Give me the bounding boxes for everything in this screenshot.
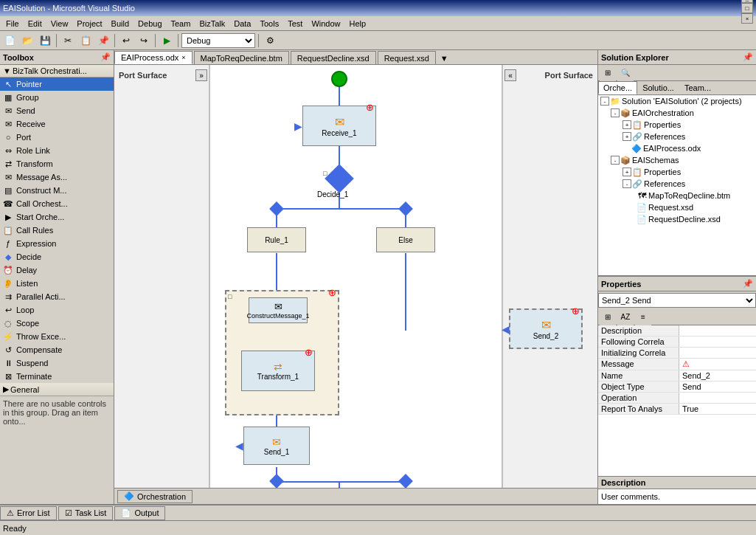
eaiorchestration-expand[interactable]: - bbox=[611, 108, 620, 117]
se-tab-team[interactable]: Team... bbox=[679, 81, 716, 94]
menu-window[interactable]: Window bbox=[307, 18, 344, 30]
props-category-icon[interactable]: ≡ bbox=[635, 309, 651, 325]
props-sort-alpha-icon[interactable]: AZ bbox=[617, 309, 634, 325]
more-icon[interactable]: ⚙ bbox=[262, 32, 278, 49]
bottom-tab-errorlist[interactable]: ⚠ Error List bbox=[0, 506, 57, 520]
copy-icon[interactable]: 📋 bbox=[77, 32, 94, 49]
toolbox-item-construct[interactable]: ▤ Construct M... bbox=[0, 184, 114, 197]
tab-eaiprocess[interactable]: EAIProcess.odx × bbox=[114, 51, 193, 64]
se-icon1[interactable]: ⊞ bbox=[600, 65, 616, 81]
props-sort-icon[interactable]: ⊞ bbox=[600, 309, 616, 325]
menu-debug[interactable]: Debug bbox=[133, 18, 166, 30]
transform1-shape[interactable]: ⊕ ⇄ Transform_1 bbox=[241, 351, 315, 391]
props-value-name[interactable]: Send_2 bbox=[679, 370, 756, 381]
toolbox-scroll[interactable]: ▼ BizTalk Orchestrati... ↖ Pointer ▦ Gro… bbox=[0, 65, 114, 504]
se-tab-orche[interactable]: Orche... bbox=[598, 81, 637, 94]
toolbox-item-group[interactable]: ▦ Group bbox=[0, 91, 114, 104]
menu-edit[interactable]: Edit bbox=[24, 18, 46, 30]
debug-mode-select[interactable]: Debug bbox=[181, 33, 255, 48]
toolbox-item-transform[interactable]: ⇄ Transform bbox=[0, 157, 114, 170]
toolbox-item-port[interactable]: ○ Port bbox=[0, 131, 114, 144]
new-icon[interactable]: 📄 bbox=[1, 32, 18, 49]
open-icon[interactable]: 📂 bbox=[19, 32, 35, 49]
eaischref-expand[interactable]: - bbox=[623, 179, 631, 188]
tree-maptoreqdecline[interactable]: 🗺 MapToReqDecline.btm bbox=[598, 190, 756, 201]
se-icon2[interactable]: 🔍 bbox=[617, 65, 634, 81]
eaischprops-expand[interactable]: + bbox=[623, 168, 631, 176]
tree-eaiorch-references[interactable]: + 🔗 References bbox=[598, 131, 756, 142]
bottom-tab-tasklist[interactable]: ☑ Task List bbox=[58, 506, 114, 520]
eaiorchref-expand[interactable]: + bbox=[623, 132, 631, 141]
earchprops-expand[interactable]: + bbox=[623, 120, 631, 129]
tree-eaiorchestration[interactable]: - 📦 EAIOrchestration bbox=[598, 107, 756, 119]
toolbox-item-startorch[interactable]: ▶ Start Orche... bbox=[0, 210, 114, 224]
props-value-message[interactable]: ⚠ bbox=[679, 359, 756, 370]
props-value-description[interactable] bbox=[679, 325, 756, 336]
tab-maptoreqdecline[interactable]: MapToReqDecline.btm bbox=[194, 51, 289, 64]
bottom-tab-output[interactable]: 📄 Output bbox=[114, 506, 165, 520]
toolbox-item-receive[interactable]: ✉ Receive bbox=[0, 117, 114, 131]
toolbox-item-parallelact[interactable]: ⇉ Parallel Acti... bbox=[0, 290, 114, 303]
props-pin-icon[interactable]: 📌 bbox=[743, 279, 753, 289]
paste-icon[interactable]: 📌 bbox=[95, 32, 111, 49]
menu-data[interactable]: Data bbox=[229, 18, 255, 30]
toolbox-item-suspend[interactable]: ⏸ Suspend bbox=[0, 356, 114, 370]
props-value-following[interactable] bbox=[679, 336, 756, 347]
cut-icon[interactable]: ✂ bbox=[60, 32, 76, 49]
tab-eaiprocess-close[interactable]: × bbox=[181, 54, 185, 61]
toolbox-item-message[interactable]: ✉ Message As... bbox=[0, 170, 114, 184]
send2-shape[interactable]: ⊕ ◀ ✉ Send_2 bbox=[509, 308, 583, 349]
toolbox-general-section[interactable]: ▶ General bbox=[0, 383, 114, 396]
toolbox-item-throwexce[interactable]: ⚡ Throw Exce... bbox=[0, 330, 114, 343]
toolbox-item-pointer[interactable]: ↖ Pointer bbox=[0, 77, 114, 91]
tab-request[interactable]: Request.xsd bbox=[378, 51, 436, 64]
menu-tools[interactable]: Tools bbox=[256, 18, 284, 30]
props-selected-item[interactable]: Send_2 Send bbox=[598, 293, 756, 308]
orchestration-canvas[interactable]: ⊕ ▶ ✉ Receive_1 Decide_1 □ Rule_1 bbox=[210, 65, 502, 488]
props-value-initializing[interactable] bbox=[679, 348, 756, 358]
toolbox-item-rolelink[interactable]: ⇔ Role Link bbox=[0, 144, 114, 157]
port-right-collapse[interactable]: « bbox=[504, 69, 516, 81]
props-value-objecttype[interactable]: Send bbox=[679, 382, 756, 392]
port-left-collapse[interactable]: » bbox=[195, 69, 207, 81]
solution-expand[interactable]: - bbox=[600, 97, 609, 106]
toolbox-item-callrules[interactable]: 📋 Call Rules bbox=[0, 224, 114, 237]
tree-eaiprocess-odx[interactable]: 🔷 EAIProcess.odx bbox=[598, 142, 756, 154]
tree-eaischemas[interactable]: - 📦 EAISchemas bbox=[598, 154, 756, 166]
send1-shape[interactable]: ◀ ✉ Send_1 bbox=[243, 427, 310, 465]
props-value-operation[interactable] bbox=[679, 393, 756, 403]
toolbox-item-listen[interactable]: 👂 Listen bbox=[0, 277, 114, 290]
toolbox-item-terminate[interactable]: ⊠ Terminate bbox=[0, 370, 114, 383]
tree-requestdecline-xsd[interactable]: 📄 RequestDecline.xsd bbox=[598, 213, 756, 225]
menu-team[interactable]: Team bbox=[167, 18, 195, 30]
start-icon[interactable]: ▶ bbox=[159, 32, 175, 49]
toolbox-item-callorchest[interactable]: ☎ Call Orchest... bbox=[0, 197, 114, 210]
props-value-reportto[interactable]: True bbox=[679, 404, 756, 414]
menu-help[interactable]: Help bbox=[345, 18, 371, 30]
decide-collapse[interactable]: □ bbox=[323, 170, 327, 177]
toolbox-pin-icon[interactable]: 📌 bbox=[100, 52, 111, 62]
tabs-overflow-button[interactable]: ▼ bbox=[437, 52, 451, 64]
eaischemas-expand[interactable]: - bbox=[611, 156, 620, 165]
save-icon[interactable]: 💾 bbox=[37, 32, 53, 49]
canvas-area[interactable]: Port Surface » « Port Surface ⊕ ◀ ✉ Send… bbox=[114, 65, 597, 488]
redo-icon[interactable]: ↪ bbox=[136, 32, 152, 49]
construct1-collapse[interactable]: □ bbox=[228, 293, 232, 300]
menu-biztalk[interactable]: BizTalk bbox=[195, 18, 229, 30]
undo-icon[interactable]: ↩ bbox=[118, 32, 134, 49]
maximize-button[interactable]: □ bbox=[741, 3, 753, 13]
close-button[interactable]: × bbox=[741, 13, 753, 24]
se-pin-icon[interactable]: 📌 bbox=[743, 52, 753, 62]
se-tree[interactable]: - 📁 Solution 'EAISolution' (2 projects) … bbox=[598, 95, 756, 275]
toolbox-item-decide[interactable]: ◆ Decide bbox=[0, 250, 114, 263]
tree-request-xsd[interactable]: 📄 Request.xsd bbox=[598, 201, 756, 213]
toolbox-item-send[interactable]: ✉ Send bbox=[0, 104, 114, 117]
orch-tab[interactable]: 🔷 Orchestration bbox=[117, 490, 193, 503]
menu-project[interactable]: Project bbox=[72, 18, 106, 30]
se-tab-solutio[interactable]: Solutio... bbox=[637, 81, 679, 94]
toolbox-item-scope[interactable]: ◌ Scope bbox=[0, 317, 114, 330]
receive1-shape[interactable]: ⊕ ▶ ✉ Receive_1 bbox=[302, 106, 376, 146]
toolbox-item-delay[interactable]: ⏰ Delay bbox=[0, 263, 114, 277]
toolbox-item-expression[interactable]: ƒ Expression bbox=[0, 237, 114, 250]
menu-view[interactable]: View bbox=[46, 18, 73, 30]
